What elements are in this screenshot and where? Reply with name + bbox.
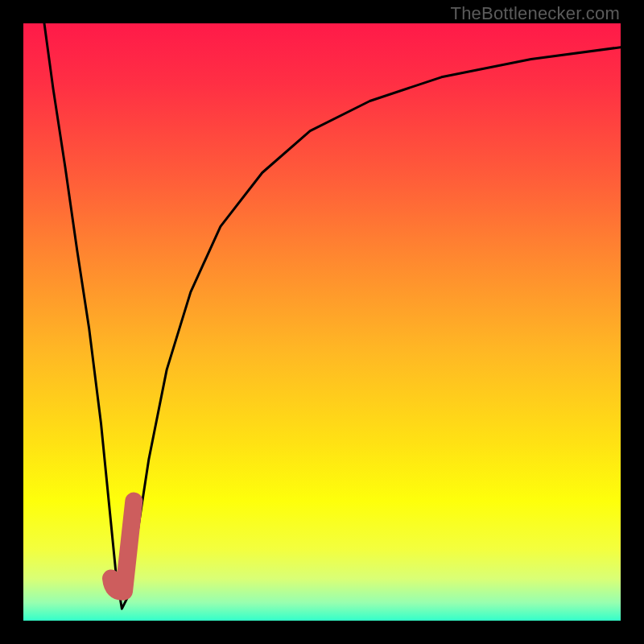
chart-frame: TheBottlenecker.com — [0, 0, 644, 644]
target-marker — [111, 502, 134, 592]
plot-area — [23, 23, 621, 621]
chart-svg — [23, 23, 621, 621]
watermark-text: TheBottlenecker.com — [451, 3, 620, 24]
